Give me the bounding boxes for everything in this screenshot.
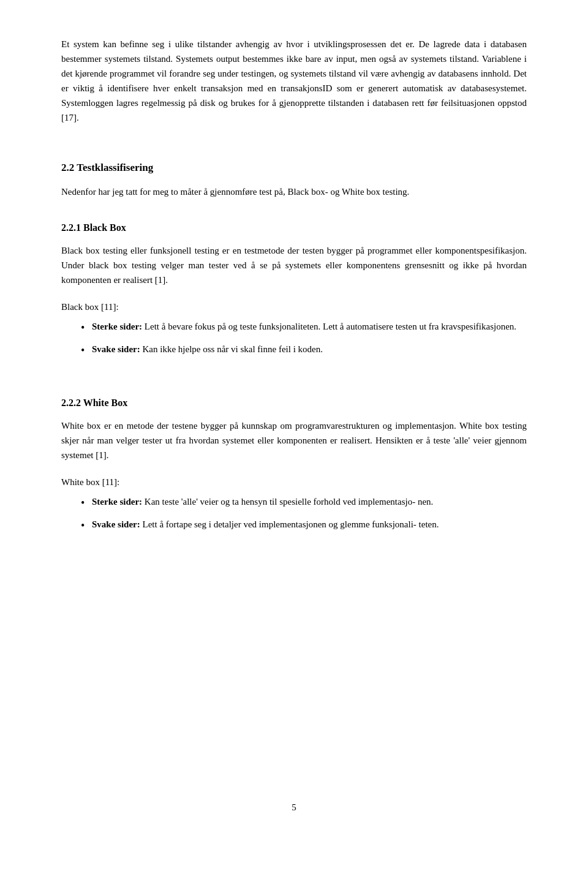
white-box-bullet-2-strong: Svake sider: (92, 519, 140, 529)
spacer-2 (61, 295, 527, 300)
black-box-bullet-2-text: Svake sider: Kan ikke hjelpe oss når vi … (92, 342, 527, 356)
black-box-list-label: Black box [11]: (61, 300, 527, 314)
spacer-1 (61, 132, 527, 142)
page-number: 5 (292, 802, 296, 812)
white-box-bullet-1-strong: Sterke sider: (92, 497, 142, 507)
white-box-bullet-1-text: Sterke sider: Kan teste 'alle' veier og … (92, 494, 527, 509)
intro-paragraph: Et system kan befinne seg i ulike tilsta… (61, 37, 527, 125)
black-box-bullet-1-rest: Lett å bevare fokus på og teste funksjon… (142, 322, 516, 331)
black-box-bullet-list: • Sterke sider: Lett å bevare fokus på o… (81, 319, 527, 364)
subsection-black-box-heading: 2.2.1 Black Box (61, 220, 527, 236)
section-testklassifisering-heading: 2.2 Testklassifisering (61, 159, 527, 176)
section-intro-paragraph: Nedenfor har jeg tatt for meg to måter å… (61, 184, 527, 199)
white-box-bullet-2-rest: Lett å fortape seg i detaljer ved implem… (140, 519, 439, 529)
black-box-bullet-1-strong: Sterke sider: (92, 322, 142, 331)
black-box-bullet-2-strong: Svake sider: (92, 344, 140, 354)
white-box-list-label: White box [11]: (61, 475, 527, 489)
white-box-bullet-2-text: Svake sider: Lett å fortape seg i detalj… (92, 517, 527, 532)
spacer-3 (61, 372, 527, 382)
black-box-bullet-2-rest: Kan ikke hjelpe oss når vi skal finne fe… (140, 344, 323, 354)
bullet-icon: • (81, 518, 92, 533)
white-box-paragraph-1: White box er en metode der testene bygge… (61, 418, 527, 462)
page-footer: 5 (61, 788, 527, 833)
spacer-4 (61, 470, 527, 475)
bullet-icon: • (81, 343, 92, 358)
black-box-bullet-1-text: Sterke sider: Lett å bevare fokus på og … (92, 319, 527, 334)
page-flex-spacer (61, 547, 527, 788)
list-item: • Sterke sider: Kan teste 'alle' veier o… (81, 494, 527, 511)
bullet-icon: • (81, 320, 92, 336)
subsection-white-box-heading: 2.2.2 White Box (61, 395, 527, 411)
list-item: • Svake sider: Kan ikke hjelpe oss når v… (81, 342, 527, 358)
bullet-icon: • (81, 496, 92, 511)
white-box-bullet-1-rest: Kan teste 'alle' veier og ta hensyn til … (142, 497, 433, 507)
page-content: Et system kan befinne seg i ulike tilsta… (0, 0, 588, 882)
black-box-paragraph-1: Black box testing eller funksjonell test… (61, 243, 527, 287)
white-box-bullet-list: • Sterke sider: Kan teste 'alle' veier o… (81, 494, 527, 540)
list-item: • Sterke sider: Lett å bevare fokus på o… (81, 319, 527, 336)
list-item: • Svake sider: Lett å fortape seg i deta… (81, 517, 527, 533)
